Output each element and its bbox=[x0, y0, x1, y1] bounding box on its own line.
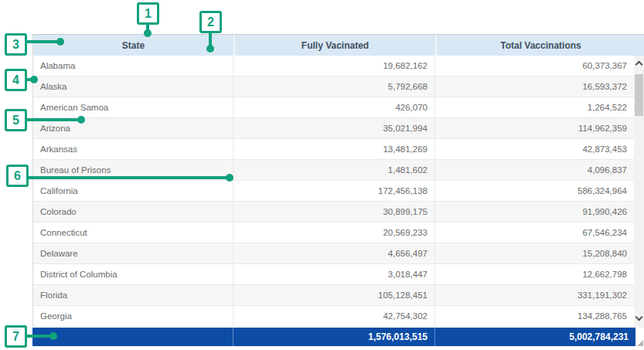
total-vaccinations-cell: 331,191,302 bbox=[434, 285, 634, 305]
table-body: Alabama 19,682,162 60,373,367 Alaska 5,7… bbox=[32, 56, 634, 327]
total-vaccinations-cell: 134,288,765 bbox=[434, 306, 634, 326]
callout-1-dot bbox=[144, 29, 152, 37]
total-vaccinations-cell: 1,264,522 bbox=[434, 97, 634, 117]
fully-vaccinated-cell: 35,021,994 bbox=[233, 118, 434, 138]
fully-vaccinated-cell: 20,569,233 bbox=[233, 223, 434, 243]
callout-2: 2 bbox=[199, 11, 222, 33]
state-cell: Connecticut bbox=[33, 223, 233, 243]
total-vaccinations-cell: 586,324,964 bbox=[434, 181, 634, 201]
state-cell: California bbox=[33, 181, 233, 201]
total-vaccinations-cell: 16,593,372 bbox=[434, 76, 634, 97]
fully-vaccinated-cell: 13,481,269 bbox=[233, 139, 434, 159]
total-vaccinations-cell: 15,208,840 bbox=[434, 243, 634, 263]
table-row[interactable]: Georgia 42,754,302 134,288,765 bbox=[33, 306, 634, 327]
table-row[interactable]: Florida 105,128,451 331,191,302 bbox=[33, 285, 634, 306]
fully-vaccinated-cell: 4,656,497 bbox=[233, 243, 434, 263]
callout-6: 6 bbox=[6, 165, 29, 187]
callout-7-dot bbox=[49, 332, 57, 340]
fully-vaccinated-cell: 3,018,447 bbox=[233, 264, 434, 284]
table-row[interactable]: Delaware 4,656,497 15,208,840 bbox=[33, 243, 634, 264]
totals-empty-cell bbox=[32, 328, 233, 346]
column-header-total-vaccinations[interactable]: Total Vaccinations bbox=[435, 35, 644, 56]
state-cell: Alabama bbox=[33, 56, 233, 76]
total-vaccinations-cell: 12,662,798 bbox=[434, 264, 634, 284]
scroll-down-icon[interactable] bbox=[635, 314, 643, 321]
total-vaccinations-cell: 91,990,426 bbox=[434, 202, 634, 222]
callout-5-line bbox=[26, 118, 80, 121]
table-row[interactable]: Alabama 19,682,162 60,373,367 bbox=[33, 56, 634, 76]
total-vaccinations-cell: 114,962,359 bbox=[434, 118, 634, 138]
callout-5-dot bbox=[77, 116, 85, 124]
total-vaccinations-cell: 60,373,367 bbox=[434, 56, 634, 76]
total-vaccinations-cell: 67,546,234 bbox=[434, 223, 634, 243]
callout-7-line bbox=[26, 335, 52, 338]
table-row[interactable]: District of Columbia 3,018,447 12,662,79… bbox=[33, 264, 634, 285]
fully-vaccinated-cell: 172,456,138 bbox=[233, 181, 434, 201]
callout-4-dot bbox=[30, 76, 38, 83]
totals-total-vaccinations: 5,002,784,231 bbox=[434, 328, 635, 346]
state-cell: Arkansas bbox=[33, 139, 233, 159]
fully-vaccinated-cell: 426,070 bbox=[233, 97, 434, 117]
scrollbar-thumb[interactable] bbox=[635, 74, 643, 116]
state-cell: Georgia bbox=[33, 306, 233, 326]
callout-6-line bbox=[28, 176, 227, 179]
state-cell: American Samoa bbox=[33, 97, 233, 117]
fully-vaccinated-cell: 5,792,668 bbox=[233, 76, 434, 97]
totals-fully-vaccinated: 1,576,013,515 bbox=[233, 328, 434, 346]
state-cell: Colorado bbox=[33, 202, 233, 222]
state-cell: Alaska bbox=[33, 76, 233, 97]
table-row[interactable]: Connecticut 20,569,233 67,546,234 bbox=[33, 223, 634, 243]
state-cell: Florida bbox=[33, 285, 233, 305]
callout-6-dot bbox=[226, 174, 233, 182]
total-vaccinations-cell: 42,873,453 bbox=[434, 139, 634, 159]
table-header-row: State Fully Vacinated Total Vaccinations bbox=[32, 34, 644, 56]
table-row[interactable]: American Samoa 426,070 1,264,522 bbox=[33, 97, 634, 118]
callout-2-dot bbox=[206, 45, 214, 53]
scroll-up-icon[interactable] bbox=[635, 61, 643, 69]
column-header-state[interactable]: State bbox=[33, 35, 233, 56]
callout-3: 3 bbox=[5, 33, 27, 56]
state-cell: Delaware bbox=[33, 243, 233, 263]
state-cell: District of Columbia bbox=[33, 264, 233, 284]
table-row[interactable]: Colorado 30,899,175 91,990,426 bbox=[33, 202, 634, 223]
callout-4: 4 bbox=[5, 69, 27, 91]
callout-7: 7 bbox=[5, 325, 27, 348]
fully-vaccinated-cell: 19,682,162 bbox=[233, 56, 434, 76]
callout-1: 1 bbox=[137, 2, 159, 25]
callout-5: 5 bbox=[5, 109, 27, 131]
totals-row: 1,576,013,515 5,002,784,231 bbox=[32, 328, 635, 346]
table-row[interactable]: Alaska 5,792,668 16,593,372 bbox=[33, 76, 634, 97]
vertical-scrollbar[interactable] bbox=[634, 56, 644, 328]
fully-vaccinated-cell: 105,128,451 bbox=[233, 285, 434, 305]
fully-vaccinated-cell: 30,899,175 bbox=[233, 202, 434, 222]
vaccination-table-screenshot: State Fully Vacinated Total Vaccinations… bbox=[0, 0, 644, 350]
table-row[interactable]: Arkansas 13,481,269 42,873,453 bbox=[33, 139, 634, 160]
fully-vaccinated-cell: 42,754,302 bbox=[233, 306, 434, 326]
table-row[interactable]: Arizona 35,021,994 114,962,359 bbox=[33, 118, 634, 139]
total-vaccinations-cell: 4,096,837 bbox=[434, 160, 634, 180]
column-header-fully-vaccinated[interactable]: Fully Vacinated bbox=[233, 35, 435, 56]
table-row[interactable]: California 172,456,138 586,324,964 bbox=[33, 181, 634, 202]
callout-3-line bbox=[26, 40, 60, 43]
resize-grip-icon bbox=[637, 340, 643, 346]
callout-3-dot bbox=[56, 38, 64, 46]
fully-vaccinated-cell: 1,481,602 bbox=[233, 160, 434, 180]
